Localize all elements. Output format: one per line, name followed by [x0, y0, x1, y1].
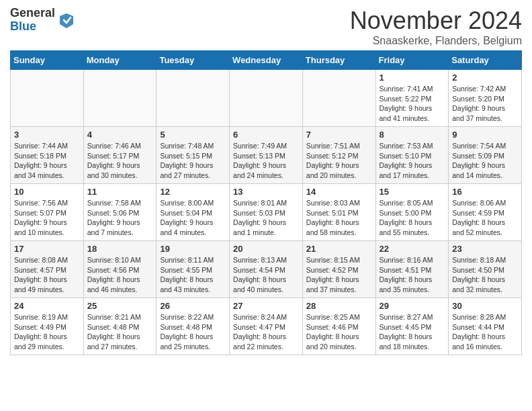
cell-1-1: 4Sunrise: 7:46 AM Sunset: 5:17 PM Daylig…: [83, 127, 157, 184]
header-tuesday: Tuesday: [157, 51, 230, 70]
cell-4-6: 30Sunrise: 8:28 AM Sunset: 4:44 PM Dayli…: [449, 298, 522, 355]
day-number-4-5: 29: [380, 301, 445, 311]
week-row-3: 17Sunrise: 8:08 AM Sunset: 4:57 PM Dayli…: [11, 241, 522, 298]
cell-0-1: [83, 70, 157, 127]
day-number-2-6: 16: [452, 187, 518, 197]
day-number-2-5: 15: [380, 187, 445, 197]
title-block: November 2024 Snaaskerke, Flanders, Belg…: [350, 7, 522, 47]
day-info-4-1: Sunrise: 8:21 AM Sunset: 4:48 PM Dayligh…: [87, 312, 153, 352]
logo-icon: [57, 11, 76, 30]
week-row-4: 24Sunrise: 8:19 AM Sunset: 4:49 PM Dayli…: [11, 298, 522, 355]
day-info-3-4: Sunrise: 8:15 AM Sunset: 4:52 PM Dayligh…: [306, 255, 372, 295]
day-number-2-4: 14: [306, 187, 372, 197]
day-info-3-3: Sunrise: 8:13 AM Sunset: 4:54 PM Dayligh…: [233, 255, 299, 295]
day-info-3-1: Sunrise: 8:10 AM Sunset: 4:56 PM Dayligh…: [87, 255, 153, 295]
day-info-2-1: Sunrise: 7:58 AM Sunset: 5:06 PM Dayligh…: [87, 198, 153, 238]
day-number-4-0: 24: [14, 301, 80, 311]
cell-1-6: 9Sunrise: 7:54 AM Sunset: 5:09 PM Daylig…: [449, 127, 522, 184]
cell-3-6: 23Sunrise: 8:18 AM Sunset: 4:50 PM Dayli…: [449, 241, 522, 298]
day-number-1-6: 9: [452, 130, 518, 140]
day-number-0-5: 1: [380, 73, 445, 83]
day-number-3-4: 21: [306, 244, 372, 254]
cell-4-4: 28Sunrise: 8:25 AM Sunset: 4:46 PM Dayli…: [302, 298, 375, 355]
header-monday: Monday: [83, 51, 157, 70]
day-info-4-3: Sunrise: 8:24 AM Sunset: 4:47 PM Dayligh…: [233, 312, 299, 352]
day-info-1-6: Sunrise: 7:54 AM Sunset: 5:09 PM Dayligh…: [452, 141, 518, 181]
day-number-3-0: 17: [14, 244, 80, 254]
day-info-2-5: Sunrise: 8:05 AM Sunset: 5:00 PM Dayligh…: [380, 198, 445, 238]
cell-0-6: 2Sunrise: 7:42 AM Sunset: 5:20 PM Daylig…: [449, 70, 522, 127]
day-number-4-6: 30: [452, 301, 518, 311]
header-thursday: Thursday: [302, 51, 375, 70]
day-info-3-2: Sunrise: 8:11 AM Sunset: 4:55 PM Dayligh…: [160, 255, 226, 295]
day-info-4-5: Sunrise: 8:27 AM Sunset: 4:45 PM Dayligh…: [380, 312, 445, 352]
day-number-4-4: 28: [306, 301, 372, 311]
day-info-2-3: Sunrise: 8:01 AM Sunset: 5:03 PM Dayligh…: [233, 198, 299, 238]
cell-4-3: 27Sunrise: 8:24 AM Sunset: 4:47 PM Dayli…: [230, 298, 303, 355]
day-info-3-0: Sunrise: 8:08 AM Sunset: 4:57 PM Dayligh…: [14, 255, 80, 295]
day-info-1-3: Sunrise: 7:49 AM Sunset: 5:13 PM Dayligh…: [233, 141, 299, 181]
day-number-2-2: 12: [160, 187, 226, 197]
day-info-0-5: Sunrise: 7:41 AM Sunset: 5:22 PM Dayligh…: [380, 84, 445, 124]
logo-general: General: [10, 7, 55, 20]
cell-1-3: 6Sunrise: 7:49 AM Sunset: 5:13 PM Daylig…: [230, 127, 303, 184]
header-saturday: Saturday: [449, 51, 522, 70]
cell-3-1: 18Sunrise: 8:10 AM Sunset: 4:56 PM Dayli…: [83, 241, 157, 298]
day-number-2-3: 13: [233, 187, 299, 197]
cell-4-2: 26Sunrise: 8:22 AM Sunset: 4:48 PM Dayli…: [157, 298, 230, 355]
day-info-3-6: Sunrise: 8:18 AM Sunset: 4:50 PM Dayligh…: [452, 255, 518, 295]
header-wednesday: Wednesday: [230, 51, 303, 70]
day-info-3-5: Sunrise: 8:16 AM Sunset: 4:51 PM Dayligh…: [380, 255, 445, 295]
logo-text: General Blue: [10, 7, 55, 34]
day-number-3-2: 19: [160, 244, 226, 254]
day-number-1-1: 4: [87, 130, 153, 140]
cell-4-5: 29Sunrise: 8:27 AM Sunset: 4:45 PM Dayli…: [375, 298, 449, 355]
cell-2-2: 12Sunrise: 8:00 AM Sunset: 5:04 PM Dayli…: [157, 184, 230, 241]
cell-2-1: 11Sunrise: 7:58 AM Sunset: 5:06 PM Dayli…: [83, 184, 157, 241]
day-number-4-2: 26: [160, 301, 226, 311]
weekday-header-row: Sunday Monday Tuesday Wednesday Thursday…: [11, 51, 522, 70]
day-number-2-0: 10: [14, 187, 80, 197]
cell-0-2: [157, 70, 230, 127]
cell-3-2: 19Sunrise: 8:11 AM Sunset: 4:55 PM Dayli…: [157, 241, 230, 298]
cell-4-0: 24Sunrise: 8:19 AM Sunset: 4:49 PM Dayli…: [11, 298, 84, 355]
header-sunday: Sunday: [11, 51, 84, 70]
day-number-1-2: 5: [160, 130, 226, 140]
cell-0-5: 1Sunrise: 7:41 AM Sunset: 5:22 PM Daylig…: [375, 70, 449, 127]
day-number-2-1: 11: [87, 187, 153, 197]
day-info-1-4: Sunrise: 7:51 AM Sunset: 5:12 PM Dayligh…: [306, 141, 372, 181]
day-number-1-4: 7: [306, 130, 372, 140]
cell-2-5: 15Sunrise: 8:05 AM Sunset: 5:00 PM Dayli…: [375, 184, 449, 241]
week-row-1: 3Sunrise: 7:44 AM Sunset: 5:18 PM Daylig…: [11, 127, 522, 184]
cell-1-5: 8Sunrise: 7:53 AM Sunset: 5:10 PM Daylig…: [375, 127, 449, 184]
week-row-0: 1Sunrise: 7:41 AM Sunset: 5:22 PM Daylig…: [11, 70, 522, 127]
cell-1-2: 5Sunrise: 7:48 AM Sunset: 5:15 PM Daylig…: [157, 127, 230, 184]
cell-0-4: [302, 70, 375, 127]
cell-2-4: 14Sunrise: 8:03 AM Sunset: 5:01 PM Dayli…: [302, 184, 375, 241]
cell-0-3: [230, 70, 303, 127]
cell-3-0: 17Sunrise: 8:08 AM Sunset: 4:57 PM Dayli…: [11, 241, 84, 298]
day-number-3-5: 22: [380, 244, 445, 254]
day-info-0-6: Sunrise: 7:42 AM Sunset: 5:20 PM Dayligh…: [452, 84, 518, 124]
cell-0-0: [11, 70, 84, 127]
day-number-3-3: 20: [233, 244, 299, 254]
cell-4-1: 25Sunrise: 8:21 AM Sunset: 4:48 PM Dayli…: [83, 298, 157, 355]
day-number-1-0: 3: [14, 130, 80, 140]
day-info-1-1: Sunrise: 7:46 AM Sunset: 5:17 PM Dayligh…: [87, 141, 153, 181]
day-info-1-5: Sunrise: 7:53 AM Sunset: 5:10 PM Dayligh…: [380, 141, 445, 181]
day-info-2-0: Sunrise: 7:56 AM Sunset: 5:07 PM Dayligh…: [14, 198, 80, 238]
header-friday: Friday: [375, 51, 449, 70]
logo-blue: Blue: [10, 20, 55, 34]
day-number-0-6: 2: [452, 73, 518, 83]
cell-1-0: 3Sunrise: 7:44 AM Sunset: 5:18 PM Daylig…: [11, 127, 84, 184]
day-info-4-6: Sunrise: 8:28 AM Sunset: 4:44 PM Dayligh…: [452, 312, 518, 352]
week-row-2: 10Sunrise: 7:56 AM Sunset: 5:07 PM Dayli…: [11, 184, 522, 241]
cell-3-4: 21Sunrise: 8:15 AM Sunset: 4:52 PM Dayli…: [302, 241, 375, 298]
day-number-4-1: 25: [87, 301, 153, 311]
day-info-4-4: Sunrise: 8:25 AM Sunset: 4:46 PM Dayligh…: [306, 312, 372, 352]
day-info-2-6: Sunrise: 8:06 AM Sunset: 4:59 PM Dayligh…: [452, 198, 518, 238]
cell-3-5: 22Sunrise: 8:16 AM Sunset: 4:51 PM Dayli…: [375, 241, 449, 298]
page-container: General Blue November 2024 Snaaskerke, F…: [0, 0, 532, 362]
day-info-2-2: Sunrise: 8:00 AM Sunset: 5:04 PM Dayligh…: [160, 198, 226, 238]
day-info-1-0: Sunrise: 7:44 AM Sunset: 5:18 PM Dayligh…: [14, 141, 80, 181]
